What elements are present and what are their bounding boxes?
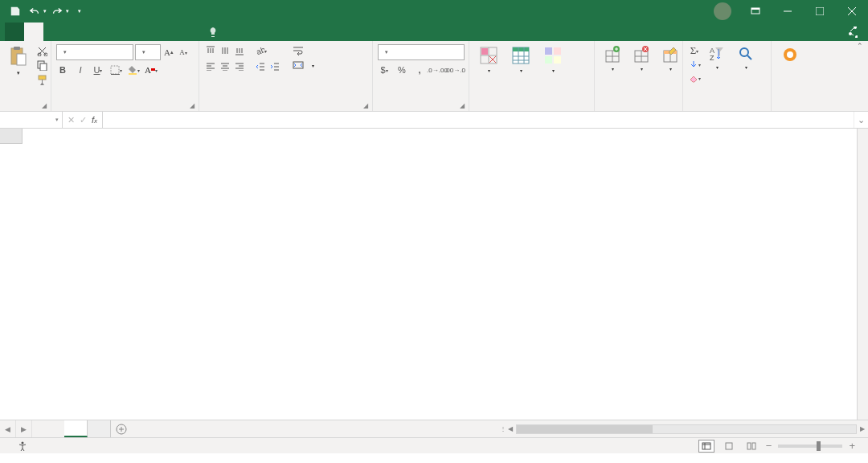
bold-button[interactable]: B (56, 64, 69, 76)
sheet-tab-kanban-cards[interactable] (88, 420, 111, 437)
sheet-tab-kanban-board[interactable] (64, 420, 88, 437)
find-select-button[interactable]: ▾ (733, 44, 759, 72)
tab-view[interactable] (140, 23, 159, 41)
svg-rect-1 (751, 8, 760, 10)
quick-access-toolbar: ▾ ▾ ▾ (0, 2, 88, 20)
share-button[interactable] (836, 23, 868, 41)
redo-icon[interactable] (48, 2, 66, 20)
qat-customize-icon[interactable]: ▾ (71, 2, 88, 20)
italic-button[interactable]: I (74, 64, 87, 76)
select-all-triangle[interactable] (0, 129, 23, 144)
svg-rect-62 (554, 56, 561, 64)
cell-styles-button[interactable]: ▾ (538, 44, 567, 76)
copy-icon[interactable] (35, 59, 48, 72)
horizontal-scrollbar[interactable]: ⋮ ◀ ▶ (497, 420, 868, 437)
tab-help[interactable] (159, 23, 178, 41)
tab-pdfelement[interactable] (178, 23, 198, 41)
format-cells-button[interactable]: ▾ (657, 44, 683, 74)
tab-data[interactable] (101, 23, 121, 41)
autosum-icon[interactable]: Σ▾ (688, 44, 701, 57)
align-bottom-icon[interactable] (233, 44, 246, 57)
zoom-slider[interactable] (778, 445, 842, 448)
decrease-indent-icon[interactable] (254, 60, 267, 73)
wrap-text-button[interactable] (289, 44, 317, 57)
page-layout-view-icon[interactable] (721, 440, 737, 453)
tab-insert[interactable] (43, 23, 63, 41)
fx-icon[interactable]: fx (92, 115, 97, 125)
underline-button[interactable]: U▾ (92, 64, 104, 76)
insert-cells-button[interactable]: ▾ (600, 44, 625, 74)
decrease-decimal-icon[interactable]: .00→.0 (448, 64, 461, 76)
dialog-launcher-icon[interactable]: ◢ (187, 100, 197, 110)
sheet-nav-next-icon[interactable]: ▶ (16, 420, 32, 437)
orientation-icon[interactable]: ab▾ (254, 44, 267, 57)
tell-me-search[interactable] (207, 23, 223, 41)
increase-decimal-icon[interactable]: .0→.00 (431, 64, 444, 76)
align-center-icon[interactable] (219, 60, 231, 73)
ribbon-display-options-icon[interactable] (739, 0, 772, 23)
svg-rect-13 (39, 76, 46, 80)
zoom-in-button[interactable]: + (849, 440, 855, 452)
addins-button[interactable] (776, 44, 804, 67)
number-format-select[interactable]: ▾ (378, 44, 465, 60)
increase-indent-icon[interactable] (268, 60, 281, 73)
font-color-icon[interactable]: A▾ (145, 64, 158, 76)
normal-view-icon[interactable] (698, 440, 714, 453)
cut-icon[interactable] (35, 44, 48, 57)
sheet-nav-prev-icon[interactable]: ◀ (0, 420, 16, 437)
align-right-icon[interactable] (233, 60, 246, 73)
undo-icon[interactable] (26, 2, 43, 20)
maximize-button[interactable] (804, 0, 836, 23)
user-avatar[interactable] (714, 2, 731, 20)
borders-icon[interactable]: ▾ (109, 64, 122, 76)
percent-format-icon[interactable]: % (395, 64, 408, 76)
decrease-font-icon[interactable]: A▾ (177, 46, 190, 59)
font-size-select[interactable]: ▾ (135, 44, 161, 60)
align-left-icon[interactable] (204, 60, 217, 73)
svg-rect-59 (545, 47, 552, 55)
paste-icon (10, 46, 27, 67)
minimize-button[interactable] (772, 0, 804, 23)
name-box[interactable]: ▾ (0, 112, 63, 128)
comma-format-icon[interactable]: , (413, 64, 426, 76)
font-family-select[interactable]: ▾ (56, 44, 133, 60)
delete-cells-button[interactable]: ▾ (628, 44, 654, 74)
conditional-formatting-button[interactable]: ▾ (474, 44, 503, 76)
collapse-ribbon-icon[interactable]: ⌃ (857, 42, 863, 50)
align-top-icon[interactable] (204, 44, 217, 57)
increase-font-icon[interactable]: A▴ (162, 46, 175, 59)
accounting-format-icon[interactable]: $▾ (378, 64, 391, 76)
paste-button[interactable]: ▾ (5, 44, 32, 78)
page-break-view-icon[interactable] (743, 440, 760, 453)
svg-rect-8 (17, 54, 26, 65)
dialog-launcher-icon[interactable]: ◢ (39, 100, 49, 110)
accessibility-status[interactable] (18, 441, 31, 451)
close-button[interactable] (836, 0, 868, 23)
cancel-formula-icon[interactable]: ✕ (68, 115, 75, 125)
expand-formula-bar-icon[interactable]: ⌄ (854, 112, 868, 128)
tab-file[interactable] (5, 23, 24, 41)
clear-icon[interactable]: ▾ (688, 72, 701, 84)
sort-filter-button[interactable]: AZ▾ (704, 44, 730, 72)
align-middle-icon[interactable] (219, 44, 231, 57)
new-sheet-button[interactable] (111, 420, 132, 437)
fill-icon[interactable]: ▾ (688, 58, 701, 71)
save-icon[interactable] (6, 2, 24, 20)
dialog-launcher-icon[interactable]: ◢ (457, 100, 467, 110)
fill-color-icon[interactable]: ▾ (127, 64, 140, 76)
format-painter-icon[interactable] (35, 73, 48, 86)
format-as-table-button[interactable]: ▾ (506, 44, 535, 76)
tab-formulas[interactable] (82, 23, 101, 41)
group-clipboard: ▾ ◢ (0, 41, 51, 111)
dialog-launcher-icon[interactable]: ◢ (361, 100, 371, 110)
vertical-scrollbar[interactable] (857, 129, 868, 420)
title-bar: ▾ ▾ ▾ (0, 0, 868, 23)
tab-review[interactable] (121, 23, 140, 41)
enter-formula-icon[interactable]: ✓ (80, 115, 87, 125)
zoom-out-button[interactable]: − (766, 440, 772, 452)
svg-rect-87 (752, 443, 755, 449)
tab-home[interactable] (24, 23, 43, 41)
tab-page-layout[interactable] (63, 23, 82, 41)
merge-center-button[interactable]: ▾ (289, 59, 317, 72)
formula-input[interactable] (103, 112, 854, 128)
